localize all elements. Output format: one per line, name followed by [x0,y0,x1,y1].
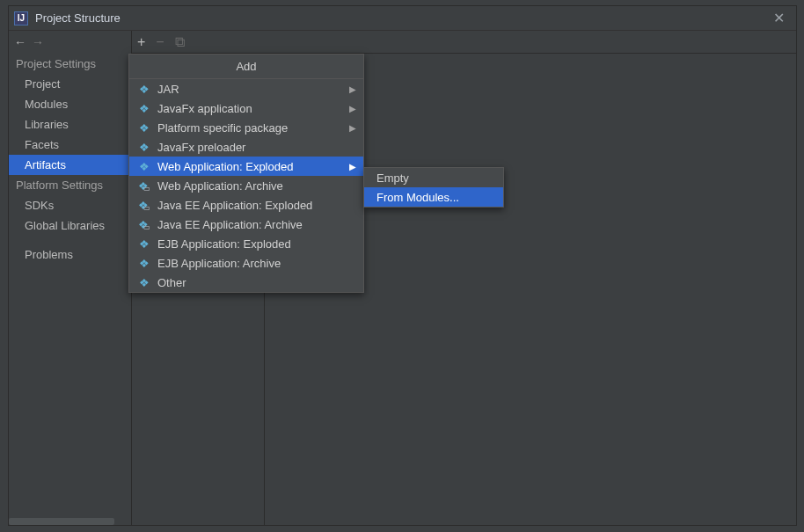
window-title: Project Structure [35,11,121,25]
menu-item-label: EJB Application: Exploded [157,237,291,251]
menu-item-jar[interactable]: ❖JAR▶ [129,79,363,98]
close-icon[interactable]: ✕ [766,6,791,31]
archive-icon: ❖▭ [136,218,152,231]
menu-item-web-application-archive[interactable]: ❖▭Web Application: Archive [129,176,363,195]
menu-item-javafx-preloader[interactable]: ❖JavaFx preloader [129,137,363,157]
back-arrow-icon[interactable]: ← [14,35,26,49]
sidebar-item-project[interactable]: Project [9,74,131,94]
submenu-item-empty[interactable]: Empty [364,168,503,187]
add-artifact-menu: Add ❖JAR▶❖JavaFx application▶❖Platform s… [128,54,364,293]
sidebar-scrollbar[interactable] [9,518,114,525]
menu-item-javafx-application[interactable]: ❖JavaFx application▶ [129,98,363,118]
submenu-arrow-icon: ▶ [349,84,356,94]
sidebar-item-problems[interactable]: Problems [9,244,131,265]
menu-item-label: JavaFx preloader [157,141,245,154]
sidebar-item-modules[interactable]: Modules [9,94,131,114]
artifact-icon: ❖ [136,83,152,96]
menu-item-platform-specific-package[interactable]: ❖Platform specific package▶ [129,118,363,137]
menu-item-label: From Modules... [376,191,459,204]
sidebar-item-artifacts[interactable]: Artifacts [9,155,131,175]
artifact-icon: ❖ [136,102,152,115]
sidebar-item-facets[interactable]: Facets [9,135,131,155]
web-exploded-submenu: EmptyFrom Modules... [363,167,504,208]
artifact-icon: ❖ [136,121,152,135]
settings-sidebar: ← → Project Settings ProjectModulesLibra… [9,31,132,525]
menu-item-label: Java EE Application: Exploded [157,199,312,212]
menu-item-other[interactable]: ❖Other [129,273,363,292]
artifact-icon: ❖ [136,257,152,270]
app-icon: IJ [14,11,28,26]
project-structure-dialog: IJ Project Structure ✕ ← → Project Setti… [8,5,797,526]
menu-item-ejb-application-archive[interactable]: ❖EJB Application: Archive [129,253,363,273]
artifact-icon: ❖ [136,237,152,251]
menu-title: Add [129,55,363,79]
nav-arrows: ← → [9,31,131,54]
submenu-arrow-icon: ▶ [349,162,356,171]
sidebar-item-libraries[interactable]: Libraries [9,114,131,135]
title-bar: IJ Project Structure ✕ [9,6,796,31]
menu-item-label: Java EE Application: Archive [157,218,303,231]
menu-item-label: Web Application: Archive [157,179,283,193]
menu-item-ejb-application-exploded[interactable]: ❖EJB Application: Exploded [129,234,363,253]
menu-item-label: EJB Application: Archive [157,257,281,270]
submenu-item-from-modules[interactable]: From Modules... [364,187,503,207]
menu-item-label: Platform specific package [157,121,288,135]
remove-button[interactable]: − [156,35,164,49]
artifact-icon: ❖ [136,276,152,289]
section-project-settings: Project Settings [9,54,131,74]
menu-item-label: Other [157,276,186,289]
artifact-icon: ❖ [136,160,152,173]
dialog-body: ← → Project Settings ProjectModulesLibra… [9,31,796,525]
menu-item-java-ee-application-archive[interactable]: ❖▭Java EE Application: Archive [129,215,363,234]
archive-icon: ❖▭ [136,199,152,212]
menu-item-java-ee-application-exploded[interactable]: ❖▭Java EE Application: Exploded [129,195,363,215]
menu-item-label: Empty [376,171,409,185]
section-platform-settings: Platform Settings [9,175,131,195]
artifact-icon: ❖ [136,141,152,154]
sidebar-item-sdks[interactable]: SDKs [9,195,131,215]
forward-arrow-icon[interactable]: → [32,35,44,49]
submenu-arrow-icon: ▶ [349,123,356,133]
menu-item-label: Web Application: Exploded [157,160,293,173]
sidebar-item-global-libraries[interactable]: Global Libraries [9,215,131,236]
artifacts-toolbar: + − ⧉ [132,31,796,54]
menu-item-label: JavaFx application [157,102,252,115]
add-button[interactable]: + [137,35,145,49]
copy-button[interactable]: ⧉ [175,35,185,49]
menu-item-web-application-exploded[interactable]: ❖Web Application: Exploded▶ [129,157,363,176]
submenu-arrow-icon: ▶ [349,104,356,113]
archive-icon: ❖▭ [136,179,152,193]
menu-item-label: JAR [157,83,179,96]
